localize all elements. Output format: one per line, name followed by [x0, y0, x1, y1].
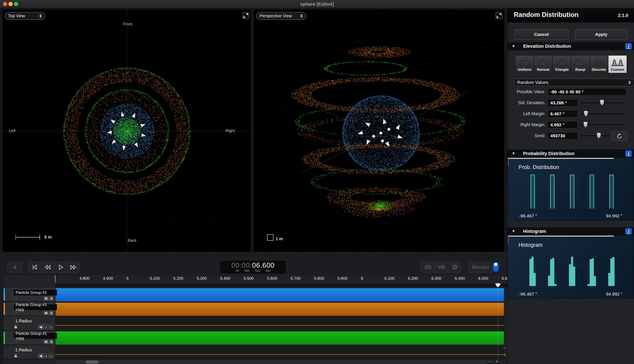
next-keyframe-button[interactable]: ▶ [49, 324, 54, 329]
settings-button[interactable] [448, 262, 461, 273]
mute-button[interactable]: M [44, 311, 49, 316]
add-keyframe-button[interactable]: ◆ [44, 354, 49, 358]
horizontal-scrollbar-track[interactable] [56, 360, 487, 364]
collapse-triangle[interactable]: ▼ [507, 229, 520, 234]
ruler-label: 4.800 [80, 276, 90, 281]
ruler-label: 5.200 [173, 276, 183, 281]
io-button[interactable]: I/O [421, 262, 435, 273]
horizontal-scrollbar-thumb[interactable] [86, 360, 99, 364]
solo-button[interactable]: S [49, 311, 54, 316]
slider-thumb[interactable] [597, 133, 600, 138]
viewport-top-view[interactable]: Top View Front Left Right Back 5 m [3, 10, 251, 252]
distribution-type-uniform-button[interactable]: .ln{stroke:#e8e8e8;stroke-width:2.6;fill… [515, 55, 534, 73]
track-header: Particle Group #1 copy+MS [4, 331, 55, 345]
automation-name: 1.Radius [15, 318, 32, 324]
automation-lane[interactable] [55, 316, 504, 330]
normal-shape-icon: .ln{stroke:#e8e8e8;stroke-width:2.6;fill… [536, 57, 550, 68]
solo-button[interactable]: S [49, 340, 54, 344]
add-keyframe-button[interactable]: ◆ [44, 324, 49, 329]
track-add-button[interactable]: + [14, 296, 19, 301]
time-display[interactable]: 00:00:06.600 HrMinSecMs [220, 260, 286, 274]
expand-icon [499, 13, 501, 16]
field-label: Std. Deviation [509, 100, 544, 105]
histogram-bar [569, 264, 571, 286]
prev-keyframe-button[interactable]: ◀ [38, 354, 44, 358]
field-input-left-margin[interactable]: 6.467 ° [547, 110, 577, 118]
field-input-seed[interactable]: 493730 [547, 132, 577, 140]
track-zoom-in-button[interactable]: + [503, 352, 506, 358]
rewind-button[interactable] [41, 262, 54, 273]
mute-button[interactable]: M [44, 340, 49, 344]
distribution-type-ramp-button[interactable]: .ln{stroke:#e8e8e8;stroke-width:2.6;fill… [571, 55, 590, 73]
collapse-triangle[interactable]: ▼ [507, 44, 520, 48]
add-button[interactable]: + [8, 262, 23, 273]
clip-bar[interactable] [55, 331, 504, 345]
field-slider[interactable] [581, 99, 625, 106]
track-add-button[interactable]: + [14, 340, 19, 344]
field-slider[interactable] [581, 110, 625, 118]
automation-lane[interactable] [55, 346, 504, 359]
field-input-right-margin[interactable]: 4.992 ° [547, 121, 577, 128]
ruler-label: 5.300 [197, 276, 207, 281]
track-zoom-out-button[interactable]: − [503, 345, 506, 351]
info-button[interactable]: i [625, 43, 632, 50]
probability-chart[interactable]: Prob. Distribution -96.467 °94.992 ° [508, 158, 634, 220]
timeline-zoom-in-button[interactable]: + [495, 358, 499, 364]
histogram-bar [554, 284, 556, 286]
automation-curve [56, 354, 504, 355]
histogram-bar [548, 276, 550, 286]
view-selector-top[interactable]: Top View [5, 12, 45, 20]
viewport-perspective[interactable]: Perspective View 1 m [254, 10, 504, 252]
vr-button[interactable]: VR [435, 262, 448, 273]
slider-thumb[interactable] [584, 122, 587, 128]
track-name-input[interactable]: Particle Group #1 copy [14, 304, 57, 310]
track-name-input[interactable]: Particle Group #1 copy [14, 333, 57, 339]
perspective-view-canvas[interactable] [254, 10, 504, 252]
mute-button[interactable]: M [44, 296, 49, 301]
field-input-std-deviation[interactable]: 43.266 ° [547, 99, 577, 106]
top-view-canvas[interactable] [3, 10, 251, 252]
clip-bar[interactable] [55, 288, 504, 302]
expand-viewport-button[interactable] [242, 12, 249, 19]
next-keyframe-button[interactable]: ▶ [49, 354, 54, 358]
prev-keyframe-button[interactable]: ◀ [38, 324, 44, 329]
skip-start-button[interactable] [28, 262, 41, 273]
info-button[interactable]: i [625, 150, 632, 157]
play-button[interactable] [54, 262, 67, 273]
timeline-zoom-out-button[interactable]: − [488, 358, 491, 364]
collapse-triangle[interactable]: ▼ [507, 152, 520, 156]
distribution-type-custom-button[interactable]: .ln{stroke:#222;stroke-width:2.6;fill:no… [608, 55, 627, 73]
field-input-possible-value[interactable]: -90 -45 0 45 90 ° [547, 88, 626, 96]
fast-forward-button[interactable] [67, 262, 80, 273]
field-slider[interactable] [581, 121, 625, 128]
lock-icon[interactable] [14, 324, 18, 329]
slider-thumb[interactable] [584, 111, 588, 116]
apply-button[interactable]: Apply [575, 29, 628, 40]
track-name-input[interactable]: Particle Group #1 [14, 290, 57, 296]
ruler-label: 6.200 [408, 276, 418, 281]
distribution-type-normal-button[interactable]: .ln{stroke:#e8e8e8;stroke-width:2.6;fill… [534, 55, 552, 73]
probability-bar [590, 174, 594, 208]
render-toggle[interactable] [493, 262, 499, 272]
lock-icon[interactable] [14, 354, 18, 358]
render-button[interactable]: Render [468, 262, 493, 273]
clip-bar[interactable] [55, 302, 504, 316]
field-slider[interactable] [581, 132, 609, 140]
cancel-button[interactable]: Cancel [514, 29, 569, 40]
distribution-type-discrete-button[interactable]: .ln{stroke:#e8e8e8;stroke-width:2.6;fill… [590, 55, 608, 73]
automation-header: 1.Radius◀◆▶ [4, 346, 55, 359]
view-selector-perspective[interactable]: Perspective View [256, 12, 306, 20]
scale-label: 5 m [44, 235, 52, 240]
timeline-ruler[interactable]: 4.8004.90055.1005.2005.3005.4005.5005.60… [55, 275, 507, 287]
track-add-button[interactable]: + [14, 311, 19, 316]
expand-viewport-button[interactable] [495, 12, 502, 19]
distribution-type-triangle-button[interactable]: .ln{stroke:#e8e8e8;stroke-width:2.6;fill… [552, 55, 571, 73]
seed-refresh-button[interactable] [611, 132, 627, 141]
scale-bar [15, 233, 42, 242]
histogram-chart[interactable]: Histogram -96.467 °94.992 ° [508, 235, 634, 299]
solo-button[interactable]: S [49, 296, 54, 301]
probability-bar [570, 174, 574, 208]
info-button[interactable]: i [625, 228, 632, 234]
slider-thumb[interactable] [600, 100, 604, 106]
mode-select[interactable]: Random Values [514, 78, 634, 86]
